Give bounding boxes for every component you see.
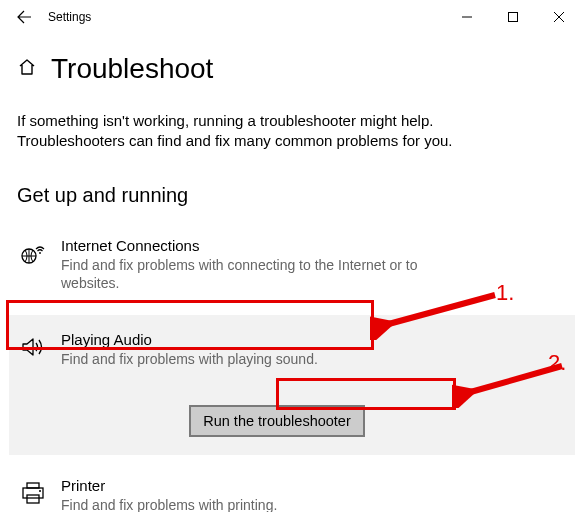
page-header: Troubleshoot (17, 53, 567, 85)
close-button[interactable] (536, 1, 582, 33)
ts-item-audio[interactable]: Playing Audio Find and fix problems with… (17, 325, 567, 375)
ts-item-audio-group: Playing Audio Find and fix problems with… (9, 315, 575, 455)
maximize-icon (508, 12, 518, 22)
minimize-icon (462, 12, 472, 22)
maximize-button[interactable] (490, 1, 536, 33)
svg-rect-0 (509, 12, 518, 21)
ts-desc: Find and fix problems with printing. (61, 496, 461, 512)
run-troubleshooter-button[interactable]: Run the troubleshooter (189, 405, 365, 437)
svg-rect-5 (27, 495, 39, 503)
ts-title: Printer (61, 477, 565, 494)
content: Troubleshoot If something isn't working,… (0, 53, 584, 512)
ts-title: Internet Connections (61, 237, 565, 254)
ts-desc: Find and fix problems with connecting to… (61, 256, 461, 294)
section-heading: Get up and running (17, 184, 567, 207)
svg-point-6 (39, 490, 41, 492)
window-title: Settings (48, 10, 91, 24)
printer-icon (19, 479, 47, 507)
home-icon (17, 57, 37, 81)
speaker-icon (19, 333, 47, 361)
arrow-left-icon (16, 9, 32, 25)
back-button[interactable] (6, 1, 42, 33)
ts-item-printer[interactable]: Printer Find and fix problems with print… (17, 471, 567, 512)
ts-title: Playing Audio (61, 331, 565, 348)
svg-point-2 (39, 252, 41, 254)
ts-item-internet[interactable]: Internet Connections Find and fix proble… (17, 231, 567, 300)
globe-signal-icon (19, 239, 47, 267)
titlebar: Settings (0, 0, 584, 33)
page-title: Troubleshoot (51, 53, 213, 85)
svg-rect-4 (23, 488, 43, 498)
ts-desc: Find and fix problems with playing sound… (61, 350, 461, 369)
close-icon (554, 12, 564, 22)
svg-rect-3 (27, 483, 39, 488)
minimize-button[interactable] (444, 1, 490, 33)
intro-text: If something isn't working, running a tr… (17, 111, 457, 152)
